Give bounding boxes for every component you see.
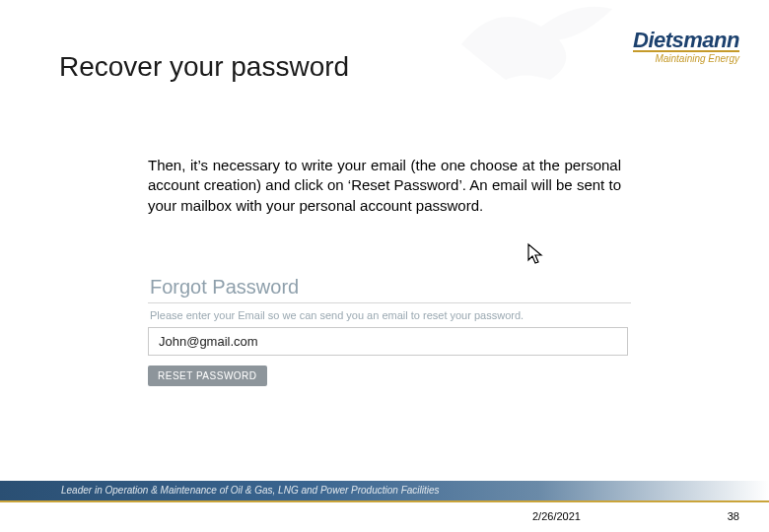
slide-number: 38 — [728, 510, 739, 522]
forgot-password-panel: Forgot Password Please enter your Email … — [148, 276, 631, 386]
email-field[interactable] — [148, 327, 628, 356]
brand-name: Dietsmann — [633, 28, 739, 53]
footer-tagline: Leader in Operation & Maintenance of Oil… — [61, 485, 440, 496]
dove-watermark — [444, 0, 621, 99]
page-title: Recover your password — [59, 51, 349, 83]
brand-logo: Dietsmann Maintaining Energy — [633, 28, 739, 64]
footer-accent-line — [0, 500, 769, 502]
divider — [148, 302, 631, 303]
panel-title: Forgot Password — [148, 276, 631, 299]
slide-date: 2/26/2021 — [532, 510, 581, 522]
reset-password-button[interactable]: RESET PASSWORD — [148, 366, 267, 386]
instruction-text: Then, it’s necessary to write your email… — [148, 156, 621, 216]
panel-message: Please enter your Email so we can send y… — [148, 309, 631, 321]
mouse-cursor-icon — [526, 242, 546, 266]
footer-bar: Leader in Operation & Maintenance of Oil… — [0, 481, 769, 500]
slide: Recover your password Dietsmann Maintain… — [0, 0, 769, 532]
